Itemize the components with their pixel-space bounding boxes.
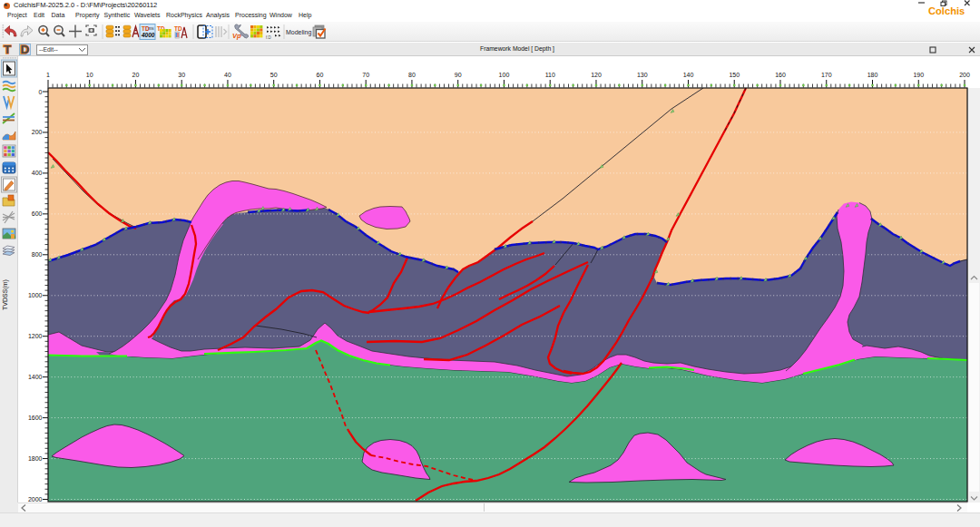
svg-text:130: 130 [637,72,648,78]
svg-text:200: 200 [32,129,43,135]
svg-text:TVDSS(m): TVDSS(m) [2,279,9,310]
svg-text:1: 1 [46,72,50,78]
svg-text:600: 600 [32,210,43,217]
svg-text:1400: 1400 [28,374,43,380]
svg-text:180: 180 [867,72,878,78]
svg-text:0: 0 [39,89,43,95]
svg-text:80: 80 [408,72,416,78]
svg-text:170: 170 [821,72,832,78]
svg-text:20: 20 [132,72,140,78]
svg-text:40: 40 [224,72,231,78]
svg-text:190: 190 [913,72,924,78]
svg-text:70: 70 [362,72,369,78]
svg-text:400: 400 [32,170,43,176]
svg-text:10: 10 [86,72,93,78]
svg-text:120: 120 [591,72,602,78]
svg-text:140: 140 [683,72,694,78]
svg-text:30: 30 [178,72,185,78]
svg-text:160: 160 [775,72,786,78]
svg-text:100: 100 [499,72,510,78]
svg-text:90: 90 [455,72,462,78]
svg-text:1200: 1200 [28,333,43,339]
svg-text:150: 150 [729,72,740,78]
svg-text:2000: 2000 [28,496,43,503]
svg-text:110: 110 [545,72,555,78]
svg-text:800: 800 [32,251,43,258]
svg-text:1000: 1000 [28,292,43,298]
svg-text:200: 200 [959,72,970,78]
svg-text:50: 50 [270,72,278,78]
svg-text:1600: 1600 [28,415,43,421]
svg-text:60: 60 [317,72,324,78]
svg-text:1800: 1800 [28,455,43,462]
